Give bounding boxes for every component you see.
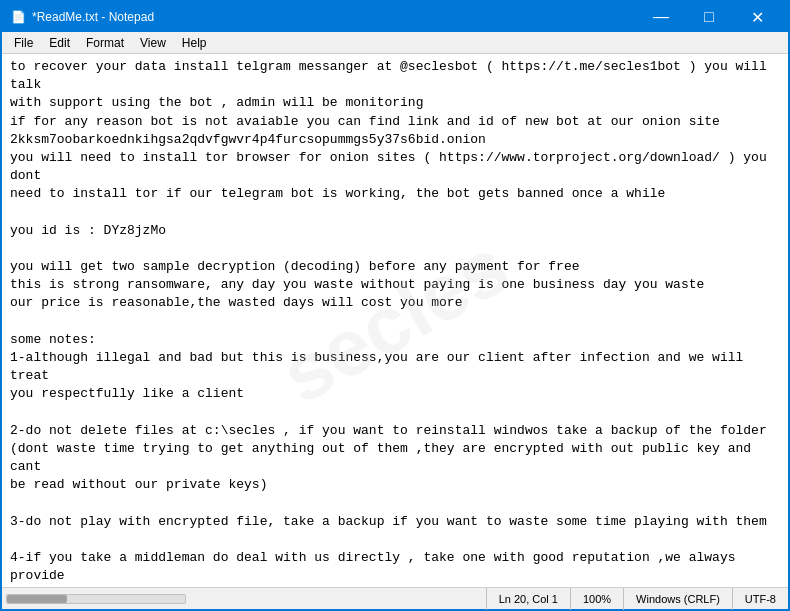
menu-help[interactable]: Help <box>174 34 215 52</box>
cursor-position: Ln 20, Col 1 <box>486 588 570 610</box>
window-controls: — □ ✕ <box>638 6 780 28</box>
menu-file[interactable]: File <box>6 34 41 52</box>
horizontal-scrollbar[interactable] <box>6 594 186 604</box>
title-bar-left: 📄 *ReadMe.txt - Notepad <box>10 9 154 25</box>
status-sections: Ln 20, Col 1 100% Windows (CRLF) UTF-8 <box>486 588 788 610</box>
maximize-button[interactable]: □ <box>686 6 732 28</box>
title-bar: 📄 *ReadMe.txt - Notepad — □ ✕ <box>2 2 788 32</box>
menu-bar: File Edit Format View Help <box>2 32 788 54</box>
zoom-level: 100% <box>570 588 623 610</box>
editor-area[interactable]: secles to recover your data install telg… <box>2 54 788 587</box>
status-bar: Ln 20, Col 1 100% Windows (CRLF) UTF-8 <box>2 587 788 609</box>
menu-view[interactable]: View <box>132 34 174 52</box>
menu-format[interactable]: Format <box>78 34 132 52</box>
notepad-window: 📄 *ReadMe.txt - Notepad — □ ✕ File Edit … <box>0 0 790 611</box>
window-title: *ReadMe.txt - Notepad <box>32 10 154 24</box>
minimize-button[interactable]: — <box>638 6 684 28</box>
editor-content[interactable]: to recover your data install telgram mes… <box>10 58 780 587</box>
scrollbar-area[interactable] <box>2 594 486 604</box>
scrollbar-thumb[interactable] <box>7 595 67 603</box>
encoding: UTF-8 <box>732 588 788 610</box>
menu-edit[interactable]: Edit <box>41 34 78 52</box>
line-ending: Windows (CRLF) <box>623 588 732 610</box>
close-button[interactable]: ✕ <box>734 6 780 28</box>
app-icon: 📄 <box>10 9 26 25</box>
